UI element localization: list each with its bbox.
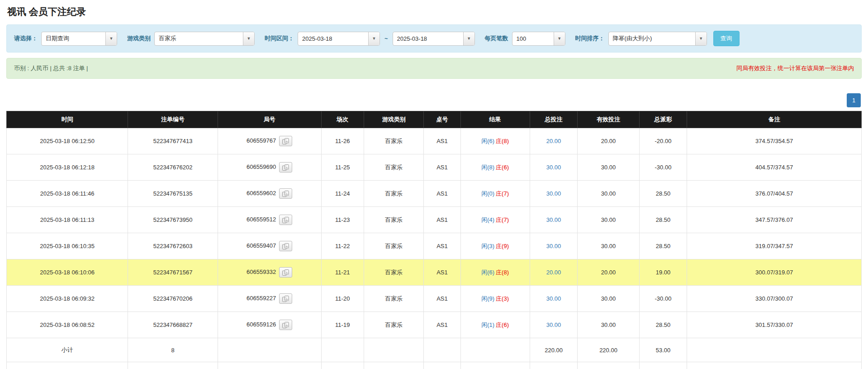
date-to-picker[interactable]: ▼ xyxy=(393,32,475,46)
search-button[interactable]: 查询 xyxy=(713,31,740,46)
view-cards-button[interactable] xyxy=(279,162,292,173)
cell-bet-id: 522347675135 xyxy=(128,181,218,207)
query-type-combo[interactable]: ▼ xyxy=(41,32,117,46)
view-cards-button[interactable] xyxy=(279,293,292,304)
time-sort-combo[interactable]: ▼ xyxy=(608,32,707,46)
subtotal-label: 小计 xyxy=(7,338,128,362)
cell-table-no: AS1 xyxy=(424,128,460,154)
view-cards-button[interactable] xyxy=(279,241,292,251)
page-1-button[interactable]: 1 xyxy=(847,93,861,107)
cell-total-bet: 30.00 xyxy=(530,181,578,207)
cell-result: 闲(0)庄(7) xyxy=(460,181,530,207)
table-row: 2025-03-18 06:10:06 522347671567 6065593… xyxy=(7,259,862,286)
column-header-time: 时间 xyxy=(7,111,128,128)
date-to-chevron-down-icon[interactable]: ▼ xyxy=(463,32,474,45)
time-sort-input[interactable] xyxy=(609,32,695,45)
date-from-input[interactable] xyxy=(298,32,368,45)
table-row: 2025-03-18 06:11:13 522347673950 6065595… xyxy=(7,207,862,233)
date-to-input[interactable] xyxy=(393,32,463,45)
cell-table-no: AS1 xyxy=(424,286,460,312)
summary-bar: 币别 : 人民币 | 总共 :8 注单 | 同局有效投注，统一计算在该局第一张注… xyxy=(6,58,862,79)
cards-icon xyxy=(282,164,289,171)
result-banker: 庄(6) xyxy=(496,164,509,171)
cell-total-bet: 30.00 xyxy=(530,233,578,259)
cell-payout: 19.00 xyxy=(639,259,687,286)
total-bet-link[interactable]: 30.00 xyxy=(546,164,561,171)
time-sort-label: 时间排序： xyxy=(575,34,605,43)
cell-total-bet: 30.00 xyxy=(530,286,578,312)
cell-bet-id: 522347668827 xyxy=(128,312,218,338)
cell-round-id: 606559512 xyxy=(218,207,321,233)
subtotal-payout: 53.00 xyxy=(639,338,687,362)
total-bet-link[interactable]: 20.00 xyxy=(546,269,561,276)
query-type-chevron-down-icon[interactable]: ▼ xyxy=(105,32,117,45)
result-player: 闲(0) xyxy=(481,190,494,197)
result-player: 闲(6) xyxy=(481,269,494,276)
total-bet-link[interactable]: 30.00 xyxy=(546,190,561,197)
subtotal-count: 8 xyxy=(128,338,218,362)
game-type-label: 游戏类别 xyxy=(127,34,151,43)
total-payout: 53.00 xyxy=(639,362,687,369)
cell-result: 闲(1)庄(6) xyxy=(460,312,530,338)
column-header-payout: 总派彩 xyxy=(639,111,687,128)
cards-icon xyxy=(282,191,289,197)
view-cards-button[interactable] xyxy=(279,136,292,146)
query-type-input[interactable] xyxy=(42,32,105,45)
table-row: 2025-03-18 06:08:52 522347668827 6065591… xyxy=(7,312,862,338)
view-cards-button[interactable] xyxy=(279,188,292,199)
view-cards-button[interactable] xyxy=(279,215,292,225)
table-row: 2025-03-18 06:11:46 522347675135 6065596… xyxy=(7,181,862,207)
round-id-text: 606559227 xyxy=(247,295,276,302)
game-type-chevron-down-icon[interactable]: ▼ xyxy=(243,32,254,45)
result-player: 闲(4) xyxy=(481,216,494,223)
total-valid-bet: 220.00 xyxy=(578,362,639,369)
table-row: 2025-03-18 06:09:32 522347670206 6065592… xyxy=(7,286,862,312)
page-size-label: 每页笔数 xyxy=(485,34,508,43)
date-from-picker[interactable]: ▼ xyxy=(298,32,380,46)
footer-empty-cell xyxy=(364,338,424,362)
cards-icon xyxy=(282,296,289,302)
footer-empty-cell xyxy=(218,338,321,362)
cell-valid-bet: 30.00 xyxy=(578,207,639,233)
cell-note: 404.57/374.57 xyxy=(687,154,862,181)
total-bet-link[interactable]: 30.00 xyxy=(546,216,561,223)
cell-valid-bet: 30.00 xyxy=(578,181,639,207)
date-from-chevron-down-icon[interactable]: ▼ xyxy=(368,32,379,45)
page-size-chevron-down-icon[interactable]: ▼ xyxy=(554,32,565,45)
total-bet-link[interactable]: 30.00 xyxy=(546,295,561,302)
cell-game-type: 百家乐 xyxy=(364,286,424,312)
cell-time: 2025-03-18 06:10:35 xyxy=(7,233,128,259)
date-range-separator: ~ xyxy=(384,35,388,42)
summary-notice-text: 同局有效投注，统一计算在该局第一张注单内 xyxy=(736,64,854,72)
game-type-input[interactable] xyxy=(155,32,243,45)
view-cards-button[interactable] xyxy=(279,320,292,330)
cell-round-id: 606559227 xyxy=(218,286,321,312)
total-bet-link[interactable]: 30.00 xyxy=(546,243,561,249)
page-size-input[interactable] xyxy=(512,32,554,45)
cell-game-type: 百家乐 xyxy=(364,312,424,338)
subtotal-row: 小计 8 220.00 220.00 53.00 xyxy=(7,338,862,362)
cell-note: 374.57/354.57 xyxy=(687,128,862,154)
game-type-combo[interactable]: ▼ xyxy=(154,32,255,46)
result-banker: 庄(8) xyxy=(496,138,509,144)
footer-empty-cell xyxy=(424,338,460,362)
time-sort-chevron-down-icon[interactable]: ▼ xyxy=(695,32,707,45)
view-cards-button[interactable] xyxy=(279,267,292,278)
cell-session: 11-21 xyxy=(321,259,364,286)
query-type-label: 请选择： xyxy=(14,34,38,43)
page-size-combo[interactable]: ▼ xyxy=(512,32,565,46)
cell-game-type: 百家乐 xyxy=(364,128,424,154)
column-header-result: 结果 xyxy=(460,111,530,128)
total-row: 总计 8 220.00 220.00 53.00 xyxy=(7,362,862,369)
footer-empty-cell xyxy=(321,338,364,362)
footer-empty-cell xyxy=(687,338,862,362)
cell-round-id: 606559602 xyxy=(218,181,321,207)
cell-table-no: AS1 xyxy=(424,181,460,207)
cell-bet-id: 522347670206 xyxy=(128,286,218,312)
cell-session: 11-20 xyxy=(321,286,364,312)
cell-bet-id: 522347672603 xyxy=(128,233,218,259)
total-bet-link[interactable]: 30.00 xyxy=(546,321,561,328)
cards-icon xyxy=(282,138,289,144)
total-bet-link[interactable]: 20.00 xyxy=(546,138,561,144)
cards-icon xyxy=(282,322,289,328)
